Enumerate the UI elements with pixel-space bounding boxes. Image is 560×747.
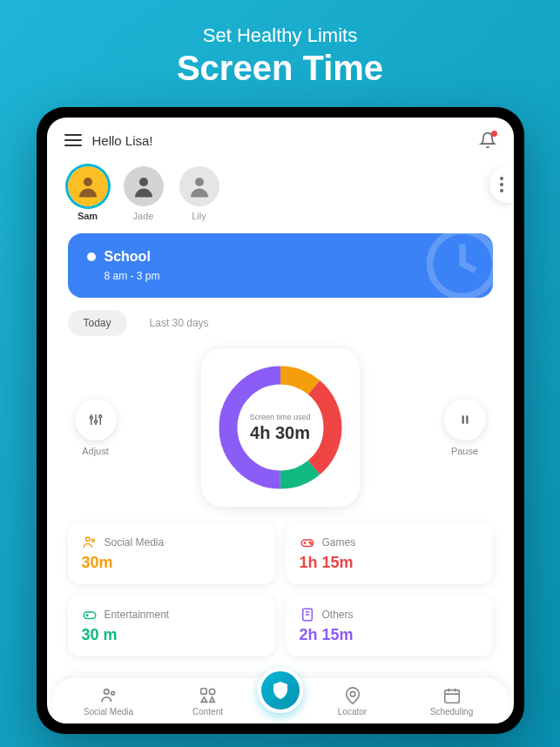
entertainment-icon: [82, 607, 98, 622]
nav-label: Content: [192, 707, 223, 717]
notification-bell-icon[interactable]: [479, 131, 496, 149]
svg-point-8: [94, 421, 97, 423]
card-games[interactable]: Games 1h 15m: [286, 522, 493, 584]
profile-jade[interactable]: Jade: [124, 166, 164, 221]
gauge-value: 4h 30m: [250, 423, 310, 443]
svg-point-33: [350, 691, 355, 697]
nav-social-media[interactable]: Social Media: [59, 686, 159, 717]
profile-selector: Sam Jade Lily: [47, 159, 514, 233]
menu-icon[interactable]: [64, 134, 82, 146]
avatar: [124, 166, 164, 206]
locator-icon: [343, 686, 362, 705]
games-icon: [300, 535, 315, 550]
promo-subtitle: Set Healthy Limits: [0, 24, 560, 47]
card-value: 1h 15m: [300, 554, 479, 572]
nav-label: Social Media: [84, 707, 133, 717]
bottom-nav: Social Media Content Locator Scheduling: [52, 676, 509, 723]
avatar: [68, 166, 108, 206]
profile-sam[interactable]: Sam: [68, 166, 108, 221]
card-social-media[interactable]: Social Media 30m: [68, 522, 275, 584]
card-others[interactable]: Others 2h 15m: [286, 595, 493, 656]
promo-title: Screen Time: [0, 49, 560, 88]
app-screen: Hello Lisa! Sam Jade Lily: [47, 118, 514, 723]
tab-last-30-days[interactable]: Last 30 days: [134, 310, 225, 336]
pause-icon: [459, 414, 471, 426]
greeting-text: Hello Lisa!: [92, 133, 153, 148]
tab-today[interactable]: Today: [68, 310, 127, 336]
svg-rect-34: [444, 690, 459, 703]
nav-label: Scheduling: [430, 707, 473, 717]
profile-name: Lily: [192, 211, 206, 221]
svg-rect-15: [466, 415, 468, 423]
social-icon: [82, 535, 98, 550]
status-time: 8 am - 3 pm: [105, 270, 474, 282]
profile-lily[interactable]: Lily: [179, 166, 219, 221]
nav-label: Locator: [338, 707, 367, 717]
svg-point-22: [310, 543, 312, 545]
more-button[interactable]: [489, 166, 514, 203]
card-title: Social Media: [105, 536, 165, 548]
screen-time-gauge: Screen time used 4h 30m: [215, 362, 346, 493]
card-title: Others: [322, 609, 354, 621]
svg-rect-23: [84, 612, 96, 619]
svg-point-7: [90, 416, 92, 419]
avatar: [179, 166, 219, 206]
svg-point-2: [195, 178, 204, 186]
svg-point-0: [84, 178, 92, 186]
more-icon: [500, 177, 503, 192]
nav-locator[interactable]: Locator: [303, 686, 402, 717]
shield-icon: [270, 680, 291, 701]
calendar-icon: [442, 686, 462, 705]
status-indicator: [87, 252, 96, 261]
svg-point-17: [91, 539, 94, 542]
top-bar: Hello Lisa!: [47, 118, 514, 159]
card-value: 30 m: [82, 626, 261, 644]
notification-dot: [491, 131, 497, 137]
social-icon: [99, 686, 118, 705]
svg-rect-14: [462, 415, 463, 423]
svg-point-9: [98, 415, 101, 418]
svg-point-32: [209, 689, 214, 694]
sliders-icon: [88, 412, 104, 427]
others-icon: [300, 607, 315, 622]
nav-shield-button[interactable]: [258, 668, 303, 713]
svg-point-16: [85, 537, 90, 542]
status-card[interactable]: School 8 am - 3 pm: [68, 233, 493, 298]
card-value: 2h 15m: [300, 626, 479, 644]
svg-point-1: [139, 178, 148, 186]
gauge-row: Adjust Screen time used 4h 30m: [68, 348, 493, 507]
pause-button[interactable]: Pause: [444, 399, 486, 456]
main-content: School 8 am - 3 pm Today Last 30 days Ad…: [47, 233, 514, 676]
content-icon: [199, 686, 218, 705]
clock-bg-icon: [423, 233, 493, 298]
tablet-frame: Hello Lisa! Sam Jade Lily: [37, 107, 524, 734]
card-title: Entertainment: [105, 609, 170, 621]
profile-name: Sam: [78, 211, 98, 221]
svg-point-29: [104, 690, 109, 695]
gauge-label: Screen time used: [249, 413, 310, 421]
nav-scheduling[interactable]: Scheduling: [402, 686, 502, 717]
category-cards: Social Media 30m Games 1h 15m Entertainm…: [68, 522, 493, 656]
profile-name: Jade: [133, 211, 154, 221]
svg-rect-31: [200, 689, 206, 694]
svg-point-30: [111, 691, 114, 695]
adjust-label: Adjust: [82, 446, 109, 456]
status-title: School: [105, 249, 151, 265]
card-entertainment[interactable]: Entertainment 30 m: [68, 595, 275, 656]
card-value: 30m: [82, 554, 261, 572]
card-title: Games: [322, 536, 356, 548]
gauge-card[interactable]: Screen time used 4h 30m: [201, 348, 360, 507]
period-tabs: Today Last 30 days: [68, 310, 493, 336]
nav-content[interactable]: Content: [159, 686, 258, 717]
adjust-button[interactable]: Adjust: [75, 399, 117, 456]
pause-label: Pause: [451, 446, 478, 456]
